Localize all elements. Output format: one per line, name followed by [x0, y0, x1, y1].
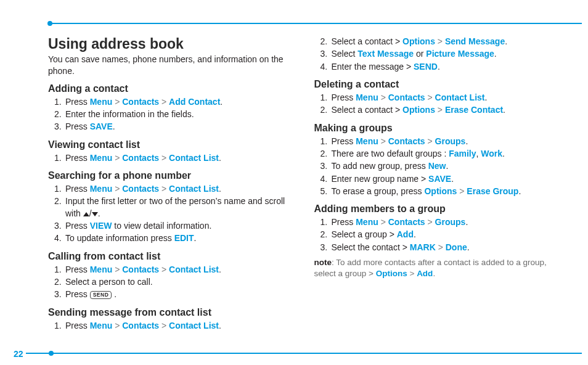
section-groups-list: 1. Press Menu > Contacts > Groups. 2. Th… — [314, 136, 561, 198]
t: There are two default groups : — [332, 149, 449, 158]
list-item: 1. Press Menu > Contacts > Contact List. — [48, 264, 295, 276]
list-item: 2. Select a contact > Options > Send Mes… — [314, 36, 561, 47]
t: Press — [65, 121, 88, 131]
contact-list-link: Contact List — [169, 321, 219, 330]
contacts-link: Contacts — [388, 92, 425, 102]
add-contact-link: Add Contact — [169, 97, 220, 107]
t: Press — [65, 97, 88, 107]
footer-rule — [26, 353, 582, 354]
t: Press — [65, 265, 88, 274]
send-key-icon: SEND — [90, 291, 112, 299]
section-calling-list: 1. Press Menu > Contacts > Contact List.… — [48, 264, 295, 301]
list-item: 4. Enter the message > SEND. — [314, 61, 561, 73]
section-searching-title: Searching for a phone number — [48, 170, 295, 181]
section-searching-list: 1. Press Menu > Contacts > Contact List.… — [48, 183, 295, 245]
t: to view detail information. — [112, 221, 211, 231]
add-link: Add — [397, 229, 414, 239]
list-item: 3.Press SAVE. — [48, 121, 295, 133]
section-groups-title: Making a groups — [314, 123, 561, 134]
list-item: 4. To update information press EDIT. — [48, 232, 295, 244]
t: Press — [65, 289, 88, 299]
t: or — [414, 49, 426, 59]
menu-link: Menu — [90, 265, 113, 274]
section-deleting-list: 1. Press Menu > Contacts > Contact List.… — [314, 92, 561, 117]
list-item: 3.Press SEND . — [48, 289, 295, 300]
mark-link: MARK — [410, 242, 436, 252]
header-rule — [48, 23, 582, 24]
contacts-link: Contacts — [122, 321, 159, 330]
t: Press — [65, 184, 88, 194]
groups-link: Groups — [435, 217, 466, 227]
menu-link: Menu — [356, 217, 378, 227]
section-viewing-list: 1. Press Menu > Contacts > Contact List. — [48, 152, 295, 164]
section-deleting-title: Deleting a contact — [314, 79, 561, 90]
list-item: 2.Enter the information in the fields. — [48, 109, 295, 120]
list-item: 5. To erase a group, press Options > Era… — [314, 186, 561, 197]
t: Press — [332, 217, 354, 227]
save-link: SAVE — [428, 174, 451, 184]
t: Press — [65, 321, 88, 330]
contact-list-link: Contact List — [435, 92, 485, 102]
intro-text: You can save names, phone numbers, and i… — [48, 54, 295, 77]
done-link: Done — [446, 242, 467, 252]
t: Select — [332, 49, 358, 59]
contacts-link: Contacts — [388, 136, 425, 146]
edit-link: EDIT — [174, 233, 194, 243]
t: Input the first letter or two of the per… — [65, 196, 285, 218]
t: To add new group, press — [332, 161, 428, 171]
list-item: 1. Press Menu > Contacts > Add Contact. — [48, 96, 295, 108]
list-item: 1. Press Menu > Contacts > Contact List. — [48, 152, 295, 164]
send-message-link: Send Message — [445, 36, 505, 46]
menu-link: Menu — [90, 321, 113, 330]
contact-list-link: Contact List — [169, 184, 219, 194]
t: Press — [65, 221, 88, 231]
list-item: 2. Select a group > Add. — [314, 229, 561, 240]
groups-link: Groups — [435, 136, 466, 146]
list-item: 3. Select the contact > MARK > Done. — [314, 242, 561, 253]
menu-link: Menu — [90, 184, 113, 194]
options-link: Options — [402, 36, 435, 46]
note: note: To add more contacts after a conta… — [314, 257, 561, 279]
list-item: 3. Select Text Message or Picture Messag… — [314, 48, 561, 60]
list-item: 1. Press Menu > Contacts > Contact List. — [48, 183, 295, 195]
t: Select a contact > — [332, 36, 403, 46]
work-link: Work — [481, 149, 502, 158]
options-link: Options — [376, 269, 407, 278]
menu-link: Menu — [356, 92, 378, 102]
list-item: 1. Press Menu > Contacts > Groups. — [314, 136, 561, 147]
family-link: Family — [449, 149, 476, 158]
options-link: Options — [402, 105, 435, 115]
t: Select a contact > — [332, 105, 403, 115]
t: Enter new group name > — [332, 174, 429, 184]
list-item: 2.Select a person to call. — [48, 276, 295, 288]
section-sending-title: Sending message from contact list — [48, 307, 295, 318]
list-item: 4. Enter new group name > SAVE. — [314, 173, 561, 185]
up-arrow-icon — [83, 212, 89, 216]
contact-list-link: Contact List — [169, 153, 219, 163]
t: Press — [332, 136, 354, 146]
section-adding-list: 1. Press Menu > Contacts > Add Contact. … — [48, 96, 295, 133]
list-item: 2. Input the first letter or two of the … — [48, 195, 295, 219]
send-link: SEND — [414, 62, 438, 72]
new-link: New — [428, 161, 446, 171]
section-calling-title: Calling from contact list — [48, 251, 295, 262]
t: Select the contact > — [332, 242, 410, 252]
text-message-link: Text Message — [357, 49, 414, 59]
down-arrow-icon — [92, 212, 98, 216]
contacts-link: Contacts — [122, 97, 159, 107]
erase-contact-link: Erase Contact — [445, 105, 503, 115]
add-link: Add — [417, 269, 433, 278]
list-item: 3. To add new group, press New. — [314, 160, 561, 172]
contacts-link: Contacts — [122, 153, 159, 163]
save-link: SAVE — [90, 121, 113, 131]
t: Select a person to call. — [65, 277, 153, 287]
t: Enter the information in the fields. — [65, 109, 194, 119]
list-item: 1. Press Menu > Contacts > Contact List. — [314, 92, 561, 104]
section-adding-title: Adding a contact — [48, 83, 295, 94]
t: Press — [65, 153, 88, 163]
section-addmem-title: Adding members to a group — [314, 203, 561, 215]
view-link: VIEW — [90, 221, 112, 231]
section-viewing-title: Viewing contact list — [48, 139, 295, 150]
t: Select a group > — [332, 229, 397, 239]
contacts-link: Contacts — [122, 265, 159, 274]
